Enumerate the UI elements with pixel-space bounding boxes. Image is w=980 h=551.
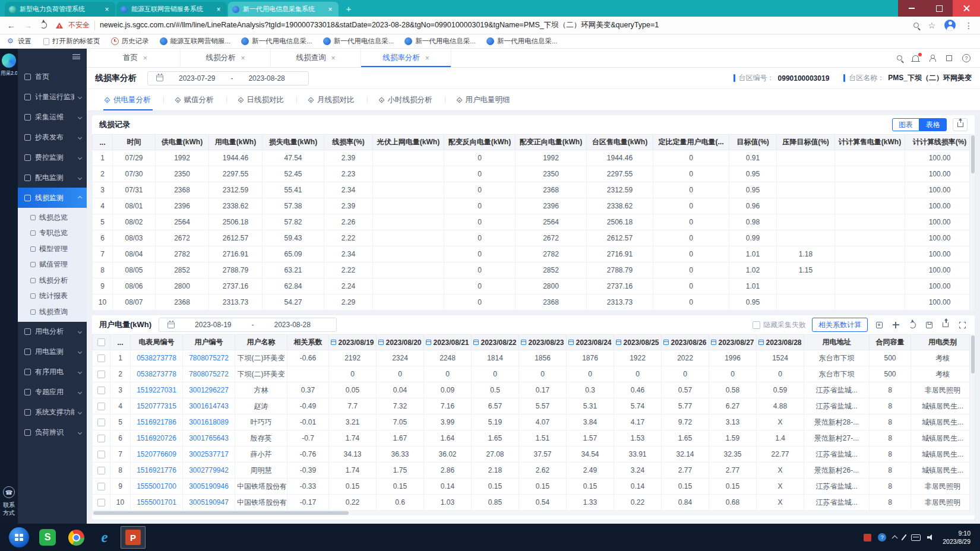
sidebar-subitem[interactable]: 线损查询: [18, 304, 87, 320]
sidebar-item[interactable]: 首页: [18, 66, 87, 87]
sidebar-subitem[interactable]: 专职总览: [18, 226, 87, 242]
taskbar-app-s[interactable]: S: [33, 524, 62, 551]
sidebar-subitem[interactable]: 赋值管理: [18, 257, 87, 273]
chart-view-button[interactable]: 图表: [892, 118, 919, 131]
meter-number-link[interactable]: 0538273778: [137, 354, 176, 362]
sidebar-item[interactable]: 费控监测: [18, 147, 87, 167]
horizontal-scrollbar[interactable]: [92, 511, 975, 515]
user-number-link[interactable]: 3002779942: [189, 466, 229, 474]
browser-tab[interactable]: 能源互联网营销服务系统: [116, 2, 227, 17]
meter-number-link[interactable]: 1555001701: [137, 498, 176, 506]
chevron-up-icon[interactable]: [892, 536, 898, 542]
row-checkbox[interactable]: [97, 467, 105, 474]
meter-number-link[interactable]: 0538273778: [137, 370, 176, 378]
bookmark-item[interactable]: 新一代用电信息采...: [404, 37, 476, 46]
sidebar-item[interactable]: 线损监测: [18, 188, 87, 208]
sidebar-item[interactable]: 专题应用: [18, 382, 87, 403]
table-row[interactable]: 1008/0723682313.7354.272.29023682313.730…: [93, 294, 975, 311]
meter-number-link[interactable]: 1555001700: [137, 482, 176, 490]
bookmark-item[interactable]: 新一代用电信息采...: [323, 37, 394, 46]
date-range-picker[interactable]: 2023-08-19 - 2023-08-28: [159, 318, 337, 332]
meter-number-link[interactable]: 1516921776: [137, 466, 176, 474]
keyboard-icon[interactable]: [911, 534, 921, 541]
table-row[interactable]: 815169217763002779942周明慧-0.391.741.752.8…: [93, 463, 975, 479]
table-row[interactable]: 408/0123962338.6257.382.39023962338.6200…: [93, 198, 975, 214]
vertical-scrollbar[interactable]: [969, 134, 975, 311]
add-button[interactable]: [890, 319, 901, 330]
user-number-link[interactable]: 3001618089: [189, 418, 229, 426]
table-row[interactable]: 205382737787808075272下坝(二)环美变0000000000东…: [93, 366, 975, 382]
tab-close-icon[interactable]: [241, 54, 245, 62]
fullscreen-button[interactable]: [957, 319, 968, 330]
app-tab[interactable]: 首页: [90, 49, 181, 67]
tab-close-icon[interactable]: [425, 54, 429, 62]
app-logo[interactable]: [2, 53, 16, 68]
address-bar[interactable]: 不安全 neweic.js.sgcc.com.cn/#/llm/line/Lin…: [55, 20, 905, 30]
menu-dots-icon[interactable]: [965, 21, 973, 30]
table-row[interactable]: 307/3123682312.5955.412.34023682312.5900…: [93, 182, 975, 198]
app-tab[interactable]: 线损分析: [181, 49, 271, 67]
table-row[interactable]: 515169217863001618089叶巧巧-0.013.217.053.9…: [93, 414, 975, 430]
help-icon[interactable]: [962, 54, 970, 62]
select-all-checkbox[interactable]: [97, 338, 105, 346]
user-icon[interactable]: [929, 55, 936, 62]
user-number-link[interactable]: 7808075272: [189, 370, 229, 378]
user-number-link[interactable]: 3001765643: [189, 434, 229, 442]
hide-failed-checkbox[interactable]: 隐藏采集失败: [753, 320, 806, 330]
tab-close-icon[interactable]: [331, 54, 335, 62]
user-number-link[interactable]: 3001296227: [189, 386, 229, 394]
sidebar-item[interactable]: 抄表发布: [18, 127, 87, 147]
subtab[interactable]: 赋值分析: [163, 89, 226, 110]
notifications-bell-icon[interactable]: [912, 55, 919, 61]
row-checkbox[interactable]: [97, 499, 105, 506]
volume-icon[interactable]: [927, 534, 934, 541]
column-settings-button[interactable]: [874, 319, 884, 330]
subtab[interactable]: 供电量分析: [93, 89, 163, 110]
avatar[interactable]: [944, 20, 956, 31]
bookmark-item[interactable]: 能源互联网营销服...: [160, 37, 231, 46]
app-tab[interactable]: 线损率分析: [361, 49, 451, 67]
table-row[interactable]: 608/0326722612.5759.432.22026722612.5700…: [93, 230, 975, 246]
table-view-button[interactable]: 表格: [919, 118, 947, 131]
table-row[interactable]: 915550017003005190946中国铁塔股份有限...-0.330.1…: [93, 479, 975, 495]
sidebar-item[interactable]: 系统支撑功能: [18, 403, 87, 423]
user-number-link[interactable]: 3001614743: [189, 402, 229, 410]
collapse-menu-icon[interactable]: [72, 54, 80, 59]
row-checkbox[interactable]: [97, 354, 105, 362]
date-range-picker[interactable]: 2023-07-29 - 2023-08-28: [147, 71, 309, 86]
row-checkbox[interactable]: [97, 419, 105, 426]
meter-number-link[interactable]: 1520776609: [137, 450, 176, 458]
sidebar-item[interactable]: 有序用电: [18, 362, 87, 382]
bookmark-item[interactable]: 设置: [7, 37, 31, 46]
taskbar-powerpoint[interactable]: P: [119, 524, 147, 551]
start-button[interactable]: [5, 524, 33, 551]
sidebar-item[interactable]: 计量运行监测: [18, 87, 87, 107]
correlation-calc-button[interactable]: 相关系数计算: [812, 318, 868, 332]
vertical-scrollbar[interactable]: [969, 334, 975, 511]
meter-number-link[interactable]: 1519227031: [137, 386, 176, 394]
close-button[interactable]: [953, 0, 980, 17]
subtab[interactable]: 日线损对比: [226, 89, 297, 110]
subtab[interactable]: 月线损对比: [296, 89, 367, 110]
row-checkbox[interactable]: [97, 387, 105, 394]
search-icon[interactable]: [897, 55, 902, 61]
export-button[interactable]: [953, 118, 968, 131]
tab-close-icon[interactable]: [326, 5, 334, 14]
sidebar-item[interactable]: 用电分析: [18, 322, 87, 342]
refresh-button[interactable]: [907, 319, 918, 330]
reload-icon[interactable]: [40, 22, 47, 28]
sidebar-item[interactable]: 用电监测: [18, 342, 87, 362]
taskbar-chrome[interactable]: [62, 524, 90, 551]
scrollbar-thumb[interactable]: [971, 335, 975, 373]
meter-number-link[interactable]: 1516920726: [137, 434, 176, 442]
table-row[interactable]: 615169207263001765643殷存英-0.71.741.671.64…: [93, 430, 975, 446]
contact-block[interactable]: 联系 方式: [3, 486, 15, 517]
forward-icon[interactable]: [24, 21, 32, 30]
sidebar-subitem[interactable]: 统计报表: [18, 289, 87, 305]
table-row[interactable]: 715207766093002537717薛小芹-0.7634.1336.333…: [93, 446, 975, 463]
user-number-link[interactable]: 3002537717: [189, 450, 229, 458]
table-row[interactable]: 315192270313001296227方林0.370.050.040.090…: [93, 382, 975, 398]
pen-icon[interactable]: [902, 534, 907, 541]
table-row[interactable]: 107/2919921944.4647.542.39019921944.4600…: [93, 150, 975, 166]
row-checkbox[interactable]: [97, 370, 105, 378]
